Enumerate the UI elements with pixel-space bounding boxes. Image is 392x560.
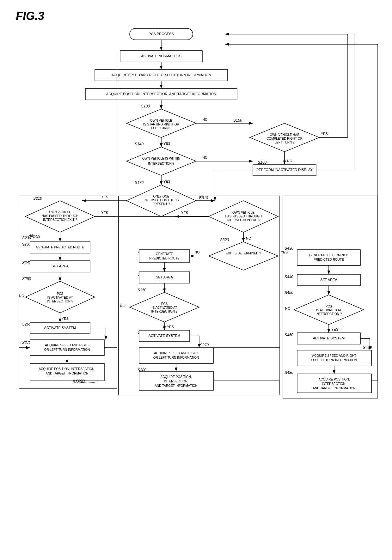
s150-text3: LEFT TURN ? [275,141,295,144]
s340-text: SET AREA [156,275,173,279]
s380-text: ACQUIRE POSITION, [161,375,192,379]
s170-label: S170 [135,180,144,185]
svg-marker-13 [126,147,196,175]
s430-text: GENERATE DETERMINED [309,253,348,257]
s160-text: PERFORM INACTIVATED DISPLAY [256,168,313,172]
s140-text2: INTERSECTION ? [148,162,175,165]
s210-text: OWN VEHICLE [49,210,71,214]
s170-text: ONLY ONE [153,195,169,198]
s310-text3: INTERSECTION EXIT ? [226,218,260,222]
s260-label: S260 [22,322,31,326]
s150-label: S150 [233,118,242,123]
s480-text2: INTERSECTION, [322,382,346,386]
s210-label: S210 [33,196,42,201]
s460-text: ACTIVATE SYSTEM [313,336,345,340]
s320-text: EXIT IS DETERMINED ? [226,252,261,255]
s430-label: S430 [285,246,293,251]
s280-text: ACQUIRE POSITION, INTERSECTION, [39,367,95,371]
s150-yes: YES [321,132,328,136]
s210-yes: YES [101,211,108,215]
svg-rect-52 [139,250,190,262]
s450-label: S450 [285,290,293,295]
s160-label: S160 [258,160,266,165]
s110-text: ACTIVATE NORMAL PCS [141,54,181,58]
s125-text: ACQUIRE POSITION, INTERSECTION, AND TARG… [106,92,216,96]
s170-text3: PRESENT ? [152,202,170,206]
page: FIG.3 PCS PROCESS S110 ACTIVATE NORMAL P… [0,0,392,560]
s460-label: S460 [285,333,293,337]
s240-label: S240 [22,260,31,265]
s310-no: NO [246,236,251,240]
s230-label: S230 [22,242,30,246]
s130-label: S130 [141,104,150,108]
s140-no: NO [202,155,208,159]
s450-text3: INTERSECTION ? [316,312,342,316]
s210-text2: HAS PASSED THROUGH [42,214,78,218]
s450-text: PCS [326,305,332,308]
s380-text2: INTERSECTION, [164,380,188,383]
s370-text: ACQUIRE SPEED AND RIGHT [154,351,198,355]
s350-no: NO [120,304,126,308]
s270-text2: OR LEFT TURN INFORMATION [44,348,90,351]
s130-text: OWN VEHICLE [150,119,172,122]
s150-text: OWN VEHICLE HAS [270,133,299,137]
svg-marker-49 [209,242,278,270]
s450-yes: YES [331,327,338,331]
s470-label: S470 [363,345,372,350]
s350-text3: INTERSECTION ? [151,310,178,313]
s350-text: PCS [161,302,168,306]
s310-text2: HAS PASSED THROUGH [225,215,262,218]
s450-no: NO [285,307,291,310]
s440-label: S440 [285,275,293,279]
s250-yes: YES [62,317,69,320]
s360-text: ACTIVATE SYSTEM [149,334,180,338]
s250-text3: INTERSECTION ? [47,300,73,303]
s310-text: OWN VEHICLE [232,211,254,214]
s320-yes: YES [281,250,288,254]
s350-yes: YES [167,325,174,329]
s270-text: ACQUIRE SPEED AND RIGHT [45,344,89,347]
s130-text3: LEFT TURN ? [151,126,171,130]
s280-text2: AND TARGET INFORMATION [46,372,88,375]
s150-no: NO [287,159,292,163]
s150-text2: COMPLETED RIGHT OR [266,137,303,140]
s140-yes: YES [163,180,170,183]
s330-text2: PREDICTED ROUTE [149,257,180,260]
s140-text: OWN VEHICLE IS WITHIN [142,157,181,160]
s250-text: PCS [57,292,64,295]
s330-text: GENERATE [156,252,173,256]
s320-label: S320 [220,238,229,242]
s440-text: SET AREA [320,278,337,282]
s270-label: S270 [22,340,31,345]
s240-text: SET AREA [52,264,69,268]
s250-label: S250 [22,277,31,281]
s210-text3: INTERSECTION EXIT ? [43,218,77,222]
s470-text: ACQUIRE SPEED AND RIGHT [312,354,356,357]
s370-text2: OR LEFT TURN INFORMATION [153,356,199,359]
s310-label: S310 [199,196,208,200]
start-label: PCS PROCESS [149,32,174,36]
s480-text: ACQUIRE POSITION, [319,378,350,381]
s320-no: NO [194,250,200,254]
s250-text2: IS ACTIVATED AT [47,296,73,299]
s470-text2: OR LEFT TURN INFORMATION [311,358,357,362]
s430-text2: PREDICTED ROUTE [314,258,344,261]
s310-yes: YES [181,211,188,215]
s370-label: S370 [200,343,209,347]
s130-text2: IS STARTING RIGHT OR [143,123,179,126]
s130-yes: YES [163,142,170,145]
s230-label-fix: S230 [22,236,31,240]
s120-text: ACQUIRE SPEED AND RIGHT OR LEFT TURN INF… [111,73,211,77]
s260-text: ACTIVATE SYSTEM [44,326,76,330]
s170-yes: YES [101,195,108,199]
s350-text2: IS ACTIVATED AT [152,306,177,309]
s140-label: S140 [135,142,144,146]
s350-label: S350 [138,288,146,292]
flowchart: PCS PROCESS S110 ACTIVATE NORMAL PCS S12… [13,19,379,556]
s230-text: GENERATE PREDICTED ROUTE [36,246,84,249]
s480-label: S480 [285,370,293,375]
s450-text2: IS ACTIVATED AT [316,308,342,312]
s170-text2: INTERSECTION EXIT IS [144,198,179,202]
s380-text3: AND TARGET INFORMATION [155,384,197,387]
s480-text3: AND TARGET INFORMATION [313,387,355,390]
